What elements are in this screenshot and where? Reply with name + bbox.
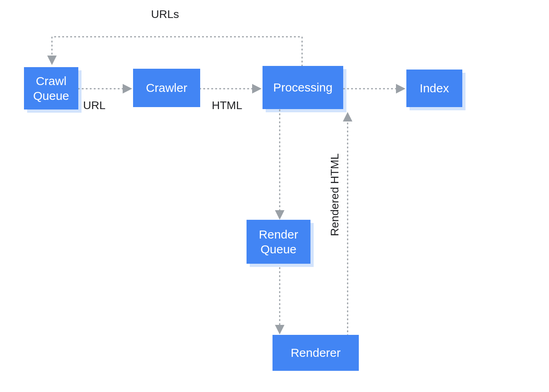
edge-label-urls: URLs — [151, 8, 179, 21]
edge-label-rendered-html: Rendered HTML — [328, 153, 341, 236]
node-render-queue: RenderQueue — [247, 220, 310, 264]
node-crawl-queue-label: CrawlQueue — [33, 74, 69, 103]
node-index-label: Index — [420, 81, 449, 96]
node-crawler: Crawler — [133, 69, 200, 107]
edge-label-html: HTML — [212, 99, 242, 112]
diagram-connectors — [0, 0, 549, 392]
node-renderer: Renderer — [273, 335, 359, 371]
node-processing-label: Processing — [273, 80, 332, 95]
node-crawl-queue: CrawlQueue — [24, 67, 78, 109]
node-crawler-label: Crawler — [146, 80, 187, 96]
node-render-queue-label: RenderQueue — [259, 227, 298, 257]
node-processing: Processing — [263, 66, 343, 109]
edge-label-url: URL — [83, 99, 105, 112]
node-index: Index — [406, 70, 462, 107]
node-renderer-label: Renderer — [290, 345, 340, 360]
